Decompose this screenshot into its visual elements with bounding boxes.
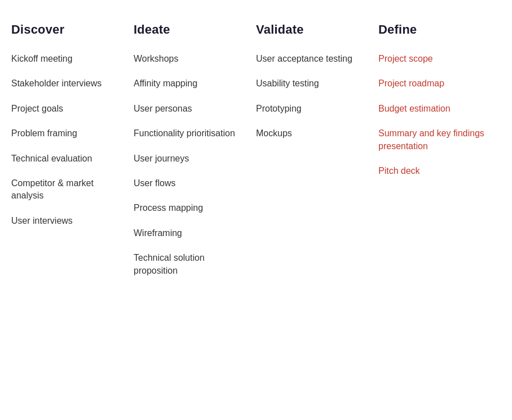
- item-ideate-7: Wireframing: [134, 227, 245, 239]
- item-discover-0: Kickoff meeting: [11, 53, 122, 65]
- item-discover-4: Technical evaluation: [11, 153, 122, 165]
- item-ideate-8: Technical solution proposition: [134, 252, 245, 277]
- column-validate: ValidateUser acceptance testingUsability…: [256, 22, 378, 289]
- header-discover: Discover: [11, 22, 122, 37]
- item-define-1: Project roadmap: [378, 77, 490, 90]
- item-validate-0: User acceptance testing: [256, 53, 367, 65]
- item-validate-1: Usability testing: [256, 77, 367, 90]
- item-ideate-0: Workshops: [134, 53, 245, 65]
- item-validate-3: Mockups: [256, 127, 367, 140]
- item-discover-3: Problem framing: [11, 127, 122, 140]
- column-ideate: IdeateWorkshopsAffinity mappingUser pers…: [134, 22, 256, 289]
- column-discover: DiscoverKickoff meetingStakeholder inter…: [11, 22, 134, 289]
- item-define-4: Pitch deck: [378, 165, 490, 177]
- item-define-0: Project scope: [378, 53, 490, 65]
- item-ideate-1: Affinity mapping: [134, 77, 245, 90]
- item-ideate-5: User flows: [134, 177, 245, 190]
- item-discover-2: Project goals: [11, 103, 122, 115]
- main-grid: DiscoverKickoff meetingStakeholder inter…: [11, 22, 501, 289]
- item-discover-5: Competitor & market analysis: [11, 177, 122, 202]
- column-define: DefineProject scopeProject roadmapBudget…: [378, 22, 501, 289]
- item-define-2: Budget estimation: [378, 103, 490, 115]
- item-discover-1: Stakeholder interviews: [11, 77, 122, 90]
- item-ideate-2: User personas: [134, 103, 245, 115]
- item-ideate-3: Functionality prioritisation: [134, 127, 245, 140]
- item-ideate-4: User journeys: [134, 153, 245, 165]
- header-ideate: Ideate: [134, 22, 245, 37]
- item-ideate-6: Process mapping: [134, 202, 245, 214]
- item-validate-2: Prototyping: [256, 103, 367, 115]
- header-define: Define: [378, 22, 490, 37]
- item-define-3: Summary and key findings presentation: [378, 127, 490, 153]
- header-validate: Validate: [256, 22, 367, 37]
- item-discover-6: User interviews: [11, 215, 122, 227]
